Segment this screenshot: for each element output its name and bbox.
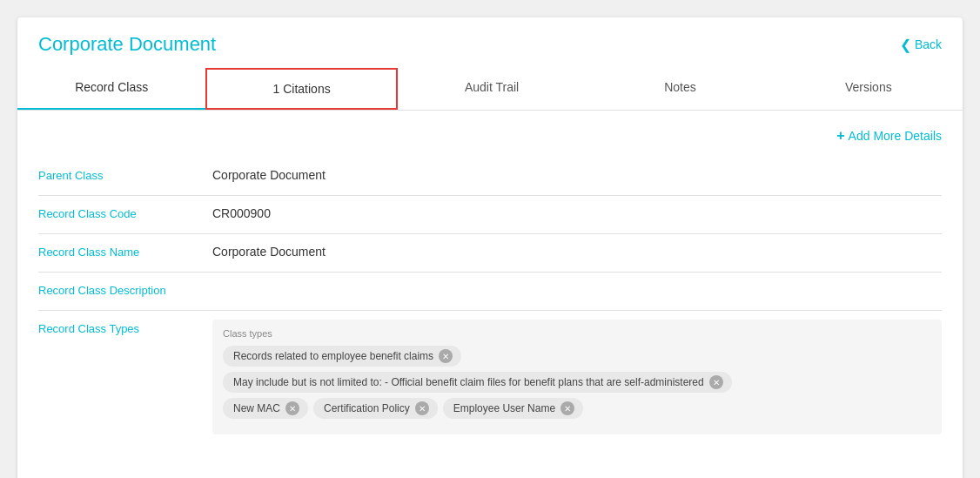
label-parent-class: Parent Class	[38, 166, 212, 184]
tag-row-1: Records related to employee benefit clai…	[223, 346, 931, 367]
tag-new-mac: New MAC ✕	[223, 398, 308, 419]
value-record-class-description	[212, 281, 942, 283]
tag-employee-benefit-claims: Records related to employee benefit clai…	[223, 346, 461, 367]
tag-text: Employee User Name	[453, 402, 555, 414]
label-record-class-code: Record Class Code	[38, 205, 212, 222]
tab-audit-trail[interactable]: Audit Trail	[398, 68, 586, 110]
field-row-record-class-types: Record Class Types Class types Records r…	[38, 311, 942, 443]
tag-employee-user-name: Employee User Name ✕	[443, 398, 583, 419]
label-record-class-description: Record Class Description	[38, 281, 212, 299]
tabs-bar: Record Class 1 Citations Audit Trail Not…	[17, 68, 963, 111]
back-link[interactable]: ❮ Back	[900, 37, 942, 53]
tag-text: Records related to employee benefit clai…	[233, 350, 433, 362]
value-parent-class: Corporate Document	[212, 166, 942, 182]
label-record-class-name: Record Class Name	[38, 243, 212, 260]
add-more-details-label: Add More Details	[849, 129, 942, 143]
tag-row-3: New MAC ✕ Certification Policy ✕ Employe…	[223, 398, 931, 419]
tag-row-2: May include but is not limited to: - Off…	[223, 372, 931, 393]
tab-versions[interactable]: Versions	[775, 68, 963, 110]
value-record-class-name: Corporate Document	[212, 243, 942, 259]
page-header: Corporate Document ❮ Back	[17, 17, 963, 68]
tab-notes[interactable]: Notes	[586, 68, 774, 110]
tag-close-benefit-claim-files[interactable]: ✕	[709, 375, 723, 389]
value-record-class-code: CR000900	[212, 205, 942, 220]
page-container: Corporate Document ❮ Back Record Class 1…	[17, 17, 963, 478]
tag-text: New MAC	[233, 402, 280, 414]
tag-text: Certification Policy	[324, 402, 410, 414]
field-row-record-class-code: Record Class Code CR000900	[38, 196, 942, 234]
content-area: + Add More Details Parent Class Corporat…	[17, 111, 963, 461]
tag-text: May include but is not limited to: - Off…	[233, 376, 704, 388]
class-types-label: Class types	[223, 328, 931, 339]
tag-benefit-claim-files: May include but is not limited to: - Off…	[223, 372, 732, 393]
tag-close-employee-user-name[interactable]: ✕	[560, 401, 574, 415]
page-title: Corporate Document	[38, 33, 216, 56]
field-row-record-class-description: Record Class Description	[38, 273, 942, 311]
field-row-record-class-name: Record Class Name Corporate Document	[38, 234, 942, 273]
tab-record-class[interactable]: Record Class	[17, 68, 205, 110]
class-types-container: Class types Records related to employee …	[212, 320, 942, 434]
tag-certification-policy: Certification Policy ✕	[313, 398, 438, 419]
tag-close-certification-policy[interactable]: ✕	[415, 401, 429, 415]
back-label: Back	[915, 37, 942, 51]
chevron-left-icon: ❮	[900, 37, 911, 53]
tag-close-new-mac[interactable]: ✕	[285, 401, 299, 415]
tag-close-employee-benefit-claims[interactable]: ✕	[439, 349, 453, 363]
label-record-class-types: Record Class Types	[38, 320, 212, 337]
field-row-parent-class: Parent Class Corporate Document	[38, 158, 942, 196]
tab-citations[interactable]: 1 Citations	[205, 68, 397, 110]
plus-icon: +	[836, 128, 844, 144]
add-more-details-button[interactable]: + Add More Details	[38, 119, 942, 158]
